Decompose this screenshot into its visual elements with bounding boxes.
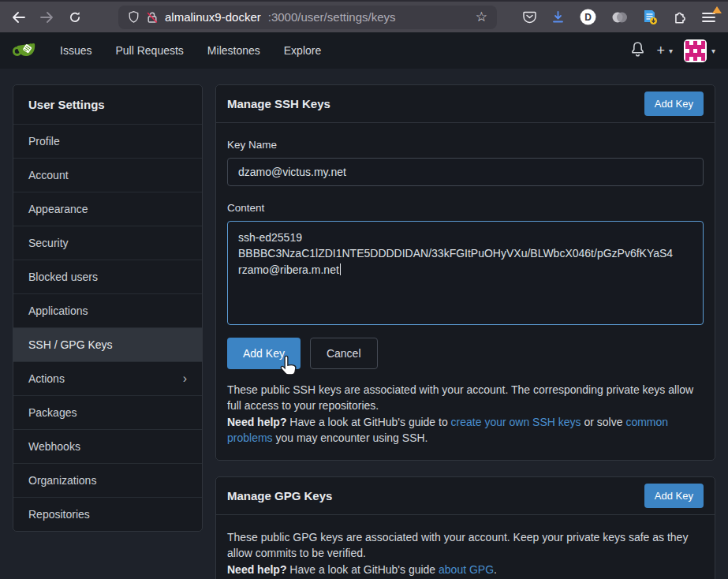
create-new-dropdown[interactable]: + ▾: [656, 43, 673, 59]
url-bar[interactable]: almalinux9-docker:3000/user/settings/key…: [118, 6, 497, 29]
sidebar-item-repositories[interactable]: Repositories: [13, 497, 202, 531]
top-navbar: Issues Pull Requests Milestones Explore …: [0, 32, 728, 69]
forward-button[interactable]: [35, 6, 58, 29]
plus-icon: +: [656, 43, 665, 59]
gpg-panel-title: Manage GPG Keys: [227, 489, 332, 502]
back-icon: [13, 13, 24, 22]
sidebar-item-webhooks[interactable]: Webhooks: [13, 429, 202, 463]
tracking-shield-icon: [128, 10, 140, 24]
ssh-panel-title: Manage SSH Keys: [227, 97, 330, 110]
insecure-lock-icon: [147, 11, 158, 24]
ssh-add-key-submit-button[interactable]: Add Key: [227, 338, 301, 369]
cancel-button[interactable]: Cancel: [310, 338, 378, 369]
nav-item-explore[interactable]: Explore: [272, 32, 333, 69]
nav-item-issues[interactable]: Issues: [48, 32, 103, 69]
gpg-add-key-header-button[interactable]: Add Key: [644, 484, 704, 508]
pocket-icon[interactable]: [523, 10, 536, 24]
extensions-puzzle-icon[interactable]: [673, 10, 687, 24]
link-create-ssh-keys[interactable]: create your own SSH keys: [451, 416, 581, 428]
bookmark-star-icon[interactable]: ☆: [476, 9, 487, 25]
ssh-keys-panel: Manage SSH Keys Add Key Key Name Content…: [215, 84, 715, 461]
sidebar-item-actions[interactable]: Actions›: [13, 361, 202, 395]
ssh-add-key-header-button[interactable]: Add Key: [644, 92, 704, 116]
caret-down-icon: ▾: [669, 47, 673, 55]
key-name-input[interactable]: [227, 158, 704, 186]
key-name-label: Key Name: [227, 139, 704, 151]
link-about-gpg[interactable]: about GPG: [439, 563, 494, 576]
notifications-bell-icon[interactable]: [630, 41, 645, 60]
user-menu-dropdown[interactable]: ▾: [684, 39, 715, 62]
forward-icon: [41, 13, 52, 22]
save-page-icon[interactable]: [643, 9, 658, 25]
gpg-keys-panel: Manage GPG Keys Add Key These public GPG…: [215, 476, 715, 579]
chevron-right-icon: ›: [183, 372, 187, 385]
extension-circles-icon[interactable]: [611, 10, 628, 24]
nav-item-pull-requests[interactable]: Pull Requests: [103, 32, 195, 69]
gpg-help-text: These public GPG keys are associated wit…: [227, 529, 704, 577]
key-content-textarea[interactable]: ssh-ed25519 BBBBC3NzaC1lZDI1NTE5DDDDIDAN…: [227, 221, 704, 325]
extension-d-icon[interactable]: D: [580, 9, 596, 25]
sidebar-item-organizations[interactable]: Organizations: [13, 463, 202, 497]
reload-icon: [69, 11, 81, 24]
text-caret: [340, 263, 342, 275]
downloads-icon[interactable]: [551, 10, 565, 24]
user-avatar: [684, 39, 707, 62]
menu-icon[interactable]: [702, 12, 715, 23]
sidebar-item-applications[interactable]: Applications: [13, 293, 202, 327]
url-host: almalinux9-docker: [165, 10, 261, 24]
reload-button[interactable]: [63, 6, 87, 29]
sidebar-item-profile[interactable]: Profile: [13, 124, 202, 158]
url-path: :3000/user/settings/keys: [268, 10, 396, 24]
update-badge-icon: [712, 6, 722, 13]
gitea-logo-icon[interactable]: [13, 39, 37, 62]
content-label: Content: [227, 202, 704, 214]
sidebar-item-packages[interactable]: Packages: [13, 395, 202, 429]
sidebar-item-appearance[interactable]: Appearance: [13, 192, 202, 226]
sidebar-item-ssh-gpg-keys[interactable]: SSH / GPG Keys: [13, 327, 202, 361]
sidebar-item-account[interactable]: Account: [13, 158, 202, 192]
settings-sidebar: User Settings Profile Account Appearance…: [13, 84, 203, 532]
browser-chrome: almalinux9-docker:3000/user/settings/key…: [0, 0, 728, 32]
caret-down-icon: ▾: [711, 47, 715, 55]
back-button[interactable]: [6, 6, 30, 29]
sidebar-item-blocked-users[interactable]: Blocked users: [13, 260, 202, 293]
nav-item-milestones[interactable]: Milestones: [196, 32, 272, 69]
sidebar-item-security[interactable]: Security: [13, 226, 202, 260]
svg-text:D: D: [584, 12, 592, 23]
ssh-help-text: These public SSH keys are associated wit…: [227, 382, 704, 446]
sidebar-title: User Settings: [13, 85, 202, 124]
